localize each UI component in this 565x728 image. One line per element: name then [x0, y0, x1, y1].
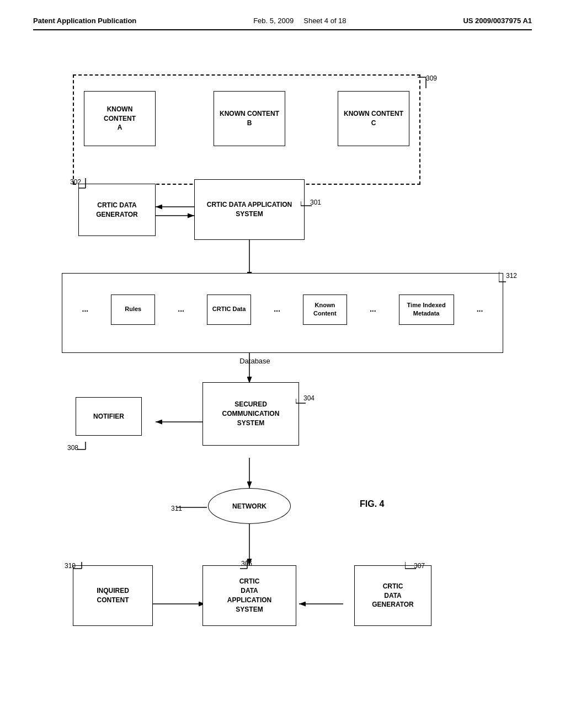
network-ellipse: NETWORK — [208, 488, 291, 524]
page: Patent Application Publication Feb. 5, 2… — [0, 0, 565, 728]
crtic-data-gen-bottom-box: CRTIC DATA GENERATOR — [354, 565, 431, 626]
ref-307-line — [405, 562, 417, 570]
time-indexed-box: Time Indexed Metadata — [399, 295, 454, 325]
ref-301-line — [301, 201, 315, 210]
ref-302-line — [76, 178, 87, 189]
known-content-b-box: KNOWN CONTENT B — [214, 91, 285, 146]
fig-label: FIG. 4 — [360, 499, 384, 509]
dots-right-crtic: ... — [274, 304, 280, 315]
rules-label: Rules — [125, 305, 141, 313]
rules-box: Rules — [111, 295, 155, 325]
database-label: Database — [227, 357, 282, 365]
notifier-box: NOTIFIER — [76, 397, 142, 436]
known-content-db-label: Known Content — [307, 301, 343, 318]
dots-left-rules: ... — [82, 304, 89, 315]
header-publisher: Patent Application Publication — [33, 17, 136, 25]
crtic-data-app-bottom-label: CRTIC DATA APPLICATION SYSTEM — [227, 577, 271, 614]
crtic-data-app-top-box: CRTIC DATA APPLICATION SYSTEM — [194, 179, 305, 240]
ref-309-line — [418, 74, 434, 91]
crtic-data-gen-top-label: CRTIC DATA GENERATOR — [82, 201, 152, 220]
ref-308-line — [76, 442, 87, 452]
known-content-b-label: KNOWN CONTENT B — [217, 109, 281, 128]
secured-comm-label: SECURED COMMUNICATION SYSTEM — [222, 400, 280, 427]
crtic-data-db-label: CRTIC Data — [212, 305, 246, 313]
known-content-c-box: KNOWN CONTENT C — [338, 91, 409, 146]
secured-comm-box: SECURED COMMUNICATION SYSTEM — [202, 382, 299, 446]
ref-304-line — [296, 399, 307, 407]
header-patent-number: US 2009/0037975 A1 — [463, 17, 532, 25]
ref-311-line — [177, 505, 211, 510]
known-content-c-label: KNOWN CONTENT C — [342, 109, 406, 128]
network-label: NETWORK — [232, 502, 266, 510]
crtic-data-gen-top-box: CRTIC DATA GENERATOR — [78, 184, 156, 236]
inquired-content-box: INQUIRED CONTENT — [73, 565, 153, 626]
known-content-db-box: Known Content — [303, 295, 347, 325]
dots-right-rules: ... — [178, 304, 184, 315]
page-header: Patent Application Publication Feb. 5, 2… — [33, 17, 532, 30]
known-content-a-box: KNOWN CONTENT A — [84, 91, 156, 146]
time-indexed-label: Time Indexed Metadata — [403, 301, 450, 318]
header-sheet: Sheet 4 of 18 — [303, 17, 346, 25]
notifier-label: NOTIFIER — [93, 412, 124, 421]
database-outer-box: ... Rules ... CRTIC Data ... Known Conte… — [62, 273, 503, 353]
dots-right-known: ... — [370, 304, 376, 315]
crtic-data-app-bottom-box: CRTIC DATA APPLICATION SYSTEM — [202, 565, 296, 626]
header-date: Feb. 5, 2009 — [253, 17, 294, 25]
header-date-sheet: Feb. 5, 2009 Sheet 4 of 18 — [253, 17, 346, 25]
crtic-data-db-box: CRTIC Data — [207, 295, 251, 325]
crtic-data-gen-bottom-label: CRTIC DATA GENERATOR — [372, 582, 414, 609]
ref-310-line — [73, 562, 83, 570]
diagram: 309 KNOWN CONTENT A KNOWN CONTENT B KNOW… — [45, 41, 520, 692]
dots-right-time: ... — [477, 304, 483, 315]
ref-312-line — [499, 272, 510, 283]
known-content-a-label: KNOWN CONTENT A — [104, 105, 136, 132]
inquired-content-label: INQUIRED CONTENT — [97, 586, 129, 605]
ref-306-line — [238, 560, 248, 570]
crtic-data-app-top-label: CRTIC DATA APPLICATION SYSTEM — [198, 200, 301, 219]
